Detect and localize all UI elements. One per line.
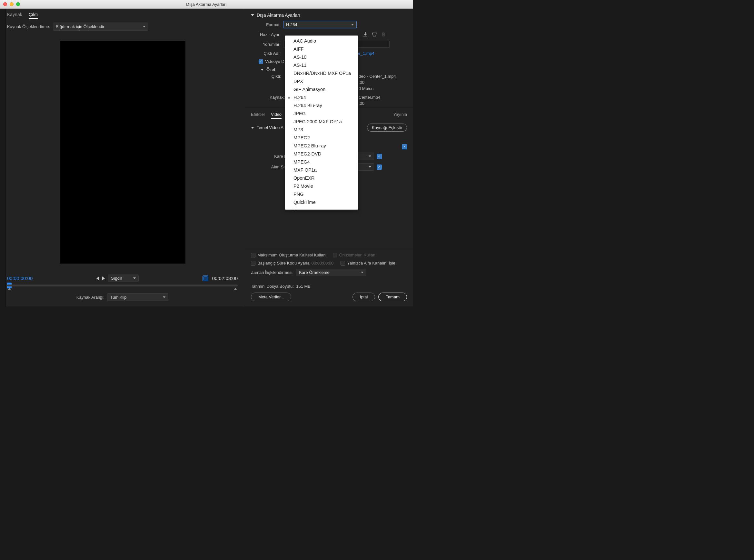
window-title: Dışa Aktarma Ayarları bbox=[186, 2, 226, 7]
timecode-in[interactable]: 00:00:00:00 bbox=[7, 276, 33, 281]
tab-output[interactable]: Çıktı bbox=[29, 12, 38, 19]
window-zoom-button[interactable] bbox=[16, 2, 20, 6]
framerate-match-check[interactable]: ✓ bbox=[377, 154, 382, 159]
window-titlebar: Dışa Aktarma Ayarları bbox=[0, 0, 413, 9]
format-option[interactable]: QuickTime bbox=[285, 198, 358, 206]
format-option[interactable]: PNG bbox=[285, 190, 358, 198]
output-name-link[interactable]: er_1.mp4 bbox=[357, 51, 374, 56]
step-forward-icon[interactable] bbox=[102, 277, 105, 280]
chevron-down-icon bbox=[163, 297, 165, 298]
tab-source[interactable]: Kaynak bbox=[7, 12, 22, 19]
field-order-match-check[interactable]: ✓ bbox=[377, 164, 382, 170]
export-video-label: Videoyu D bbox=[265, 59, 284, 64]
format-option[interactable]: DPX bbox=[285, 77, 358, 85]
chevron-down-icon bbox=[351, 24, 354, 25]
preset-label: Hazır Ayar: bbox=[251, 32, 283, 37]
time-interpolation-label: Zaman İlişkilendirmesi: bbox=[251, 270, 293, 275]
save-preset-icon[interactable] bbox=[363, 32, 368, 37]
format-option[interactable]: OpenEXR bbox=[285, 174, 358, 182]
format-option[interactable]: MPEG2 bbox=[285, 134, 358, 142]
comments-label: Yorumlar: bbox=[251, 42, 283, 47]
format-option[interactable]: JPEG 2000 MXF OP1a bbox=[285, 118, 358, 126]
use-previews-checkbox bbox=[333, 253, 337, 257]
format-option[interactable]: P2 Movie bbox=[285, 182, 358, 190]
caret-down-icon bbox=[261, 69, 264, 71]
chevron-down-icon bbox=[143, 26, 145, 27]
format-label: Format: bbox=[251, 22, 283, 27]
format-dropdown-list[interactable]: AAC AudioAIFFAS-10AS-11DNxHR/DNxHD MXF O… bbox=[285, 36, 358, 210]
delete-preset-icon bbox=[381, 32, 386, 37]
format-option[interactable]: H.264 Blu-ray bbox=[285, 102, 358, 110]
format-option[interactable]: DNxHR/DNxHD MXF OP1a bbox=[285, 69, 358, 77]
start-timecode-checkbox[interactable] bbox=[251, 261, 256, 265]
format-option[interactable]: MP3 bbox=[285, 126, 358, 134]
video-preview bbox=[60, 41, 185, 263]
format-option[interactable]: H.264 bbox=[285, 94, 358, 102]
format-option[interactable]: AAC Audio bbox=[285, 37, 358, 45]
format-option[interactable]: Targa bbox=[285, 206, 358, 210]
out-point-marker[interactable] bbox=[234, 288, 237, 290]
timecode-out: 00:02:03:00 bbox=[212, 276, 238, 281]
source-scaling-select[interactable]: Sığdırmak için Ölçeklendir bbox=[53, 23, 148, 31]
tab-video[interactable]: Video bbox=[271, 112, 282, 119]
chevron-down-icon bbox=[369, 156, 371, 157]
zoom-fit-select[interactable]: Sığdır bbox=[108, 275, 139, 282]
cancel-button[interactable]: İptal bbox=[352, 293, 375, 301]
timeline-track[interactable] bbox=[7, 284, 238, 286]
estimated-file-size: Tahmini Dosya Boyutu: 151 MB bbox=[251, 284, 407, 289]
format-option[interactable]: GIF Animasyon bbox=[285, 85, 358, 94]
format-option[interactable]: AIFF bbox=[285, 45, 358, 53]
metadata-button[interactable]: Meta Veriler... bbox=[251, 293, 291, 301]
crop-output-button[interactable] bbox=[203, 276, 208, 281]
tab-effects[interactable]: Efektler bbox=[251, 112, 265, 119]
chevron-down-icon bbox=[369, 166, 371, 168]
chevron-down-icon bbox=[361, 272, 364, 273]
step-back-icon[interactable] bbox=[97, 277, 99, 280]
caret-down-icon bbox=[251, 14, 254, 16]
basic-video-header[interactable]: Temel Video A bbox=[251, 125, 284, 130]
format-option[interactable]: MPEG2-DVD bbox=[285, 150, 358, 158]
max-render-quality-checkbox[interactable] bbox=[251, 253, 256, 257]
tab-publish[interactable]: Yayınla bbox=[393, 112, 407, 119]
format-option[interactable]: JPEG bbox=[285, 110, 358, 118]
ok-button[interactable]: Tamam bbox=[378, 293, 407, 301]
export-settings-header[interactable]: Dışa Aktarma Ayarları bbox=[251, 13, 407, 18]
format-option[interactable]: MPEG4 bbox=[285, 158, 358, 166]
format-option[interactable]: MPEG2 Blu-ray bbox=[285, 142, 358, 150]
output-name-label: Çıktı Adı: bbox=[251, 51, 283, 56]
format-select[interactable]: H.264 bbox=[283, 21, 357, 28]
window-close-button[interactable] bbox=[3, 2, 7, 6]
source-range-label: Kaynak Aralığı: bbox=[77, 295, 104, 300]
preview-panel: Kaynak Çıktı Kaynak Ölçeklendirme: Sığdı… bbox=[0, 9, 245, 306]
format-option[interactable]: AS-10 bbox=[285, 53, 358, 61]
source-scaling-label: Kaynak Ölçeklendirme: bbox=[7, 24, 50, 29]
format-option[interactable]: MXF OP1a bbox=[285, 166, 358, 174]
chevron-down-icon bbox=[133, 277, 136, 279]
alpha-only-checkbox[interactable] bbox=[341, 261, 345, 265]
time-interpolation-select[interactable]: Kare Örnekleme bbox=[296, 269, 366, 276]
export-video-checkbox[interactable]: ✓ bbox=[259, 59, 263, 64]
format-option[interactable]: AS-11 bbox=[285, 61, 358, 69]
import-preset-icon[interactable] bbox=[371, 32, 377, 37]
match-source-check[interactable]: ✓ bbox=[402, 144, 407, 149]
caret-down-icon bbox=[251, 127, 254, 129]
match-source-button[interactable]: Kaynağı Eşleştir bbox=[367, 123, 407, 132]
window-minimize-button[interactable] bbox=[10, 2, 14, 6]
svg-rect-0 bbox=[204, 277, 207, 280]
source-range-select[interactable]: Tüm Klip bbox=[107, 293, 168, 301]
